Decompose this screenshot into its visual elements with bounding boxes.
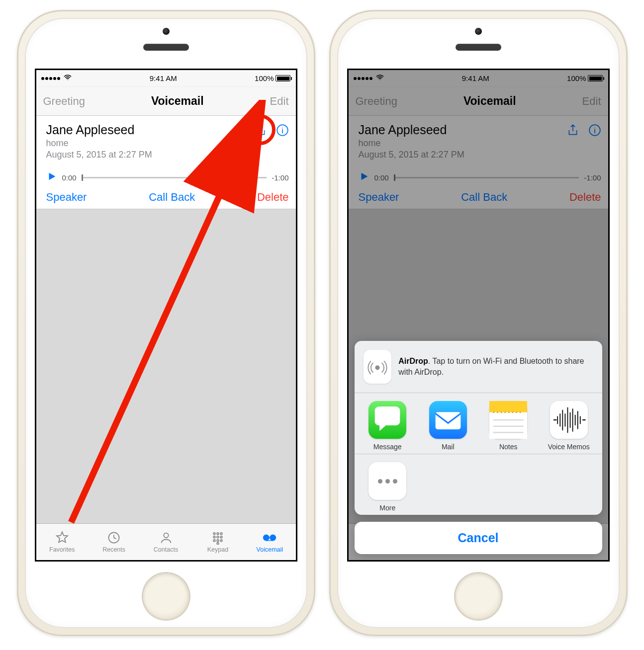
share-icon[interactable] (254, 124, 267, 139)
svg-point-31 (375, 366, 379, 369)
battery-icon (276, 75, 290, 81)
screen-right: 9:41 AM 100% Greeting Voicemail Edit Jan… (347, 69, 610, 562)
svg-rect-33 (489, 401, 527, 412)
cancel-button[interactable]: Cancel (355, 522, 602, 554)
tab-bar: Favorites Recents Contacts Keypad (36, 523, 296, 560)
svg-point-4 (213, 533, 215, 535)
svg-point-10 (213, 540, 215, 542)
home-button[interactable] (456, 573, 501, 619)
callback-button[interactable]: Call Back (149, 191, 195, 204)
more-icon (378, 479, 397, 484)
contact-label: home (46, 138, 254, 149)
svg-point-6 (220, 533, 222, 535)
info-icon[interactable] (276, 124, 289, 139)
share-mail[interactable]: Mail (418, 401, 478, 451)
battery-pct: 100% (255, 74, 274, 82)
svg-point-7 (213, 536, 215, 538)
contact-name: Jane Appleseed (46, 123, 254, 137)
cell-signal-icon (41, 77, 60, 80)
voicemail-card: Jane Appleseed home August 5, 2015 at 2:… (36, 116, 296, 209)
home-button[interactable] (143, 573, 189, 619)
svg-rect-32 (435, 412, 460, 429)
nav-title: Voicemail (151, 94, 204, 108)
delete-button[interactable]: Delete (257, 191, 289, 204)
svg-point-14 (264, 535, 270, 541)
wifi-icon (63, 73, 72, 83)
share-actions-row: More (355, 454, 602, 515)
svg-point-9 (220, 536, 222, 538)
contact-datetime: August 5, 2015 at 2:27 PM (46, 150, 254, 160)
screen-left: 9:41 AM 100% Greeting Voicemail Edit Jan… (35, 69, 297, 562)
svg-point-12 (220, 540, 222, 542)
svg-point-13 (217, 543, 219, 545)
time-remaining: -1:00 (272, 173, 288, 182)
tab-voicemail[interactable]: Voicemail (244, 524, 295, 560)
earpiece-speaker (456, 44, 501, 51)
airdrop-row[interactable]: AirDrop. Tap to turn on Wi-Fi and Blueto… (355, 341, 602, 393)
airdrop-text: AirDrop. Tap to turn on Wi-Fi and Blueto… (398, 356, 593, 377)
share-sheet: AirDrop. Tap to turn on Wi-Fi and Blueto… (355, 341, 602, 554)
greeting-button[interactable]: Greeting (43, 95, 85, 108)
svg-point-3 (164, 533, 168, 538)
speaker-button[interactable]: Speaker (46, 191, 87, 204)
share-message[interactable]: Message (358, 401, 418, 451)
tab-contacts[interactable]: Contacts (140, 524, 191, 560)
svg-point-15 (270, 535, 276, 541)
svg-point-8 (217, 536, 219, 538)
tab-recents[interactable]: Recents (88, 524, 140, 560)
play-icon[interactable] (46, 171, 57, 184)
share-notes[interactable]: Notes (478, 401, 539, 451)
svg-point-11 (217, 540, 219, 542)
earpiece-speaker (143, 44, 189, 51)
tab-favorites[interactable]: Favorites (36, 524, 88, 560)
iphone-right: 9:41 AM 100% Greeting Voicemail Edit Jan… (329, 10, 628, 636)
front-camera-icon (163, 28, 170, 35)
nav-bar: Greeting Voicemail Edit (36, 87, 296, 116)
share-apps-row: Message Mail Notes (355, 393, 602, 454)
svg-point-5 (217, 533, 219, 535)
share-more[interactable]: More (358, 462, 418, 512)
iphone-left: 9:41 AM 100% Greeting Voicemail Edit Jan… (17, 10, 315, 636)
front-camera-icon (475, 28, 482, 35)
status-time: 9:41 AM (150, 74, 177, 82)
airdrop-icon (364, 350, 392, 384)
empty-list-area (36, 209, 296, 562)
share-voice-memos[interactable]: Voice Memos (539, 401, 599, 451)
status-bar: 9:41 AM 100% (36, 70, 296, 87)
playback-scrubber[interactable]: 0:00 -1:00 (46, 171, 289, 184)
edit-button[interactable]: Edit (270, 95, 289, 108)
time-elapsed: 0:00 (62, 173, 77, 182)
tab-keypad[interactable]: Keypad (192, 524, 244, 560)
scrub-track[interactable] (82, 177, 267, 178)
